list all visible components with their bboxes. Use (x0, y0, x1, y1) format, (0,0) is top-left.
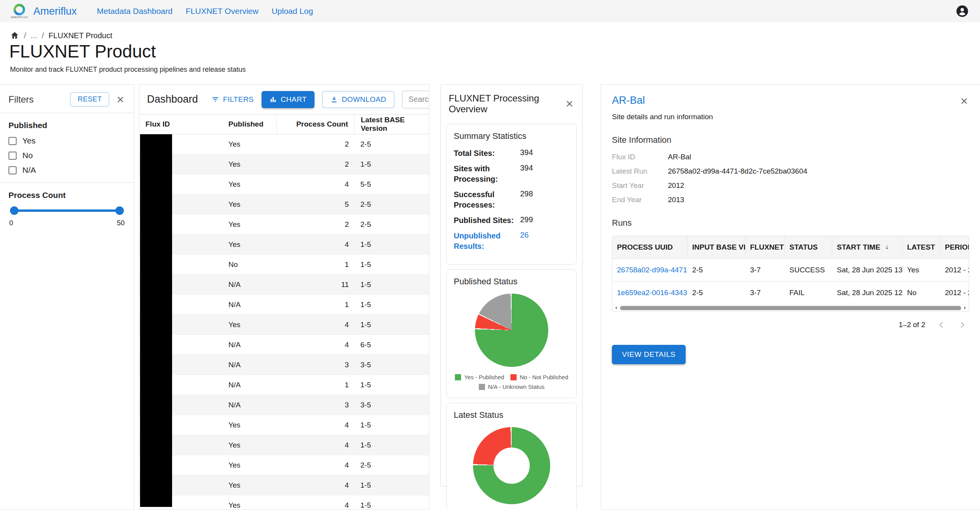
home-icon[interactable] (10, 31, 19, 40)
process-count-cell: 2 (276, 160, 354, 169)
published-cell: Yes (222, 481, 276, 490)
stat-row: Published Sites:299 (454, 215, 569, 226)
reset-button[interactable]: RESET (70, 92, 109, 106)
column-header-published[interactable]: Published (222, 115, 276, 134)
run-process-uuid-link[interactable]: 1e659ea2-0016-4343-8231-e... (612, 281, 688, 304)
latest-status-card: Latest Status SUCCESSFAIL (446, 403, 577, 510)
runs-table: PROCESS UUIDINPUT BASE VER...FLUXNET ...… (612, 236, 969, 312)
table-row[interactable]: Yes41-5 (139, 235, 429, 255)
table-row[interactable]: Yes41-5 (139, 315, 429, 335)
legend-swatch (510, 374, 517, 380)
runs-table-row: 26758a02-d99a-4471-8d2c-7...2-53-7SUCCES… (612, 258, 969, 281)
run-period: 2012 - 2013 (940, 258, 969, 281)
chevron-right-icon[interactable] (958, 320, 967, 329)
published-cell: N/A (222, 301, 276, 309)
scroll-right-icon[interactable] (963, 306, 967, 310)
table-row[interactable]: Yes22-5 (139, 134, 429, 154)
latest-base-version-cell: 2-5 (354, 220, 429, 229)
horizontal-scrollbar[interactable] (612, 304, 969, 311)
table-row[interactable]: N/A33-5 (139, 395, 429, 415)
nav-link-upload-log[interactable]: Upload Log (272, 7, 313, 16)
published-cell: N/A (222, 381, 276, 389)
table-row[interactable]: Yes41-5 (139, 495, 429, 510)
slider-handle-max[interactable] (115, 206, 124, 215)
published-cell: Yes (222, 200, 276, 209)
table-row[interactable]: Yes42-5 (139, 455, 429, 475)
scroll-left-icon[interactable] (614, 306, 618, 310)
table-row[interactable]: Yes52-5 (139, 194, 429, 214)
checkbox-na[interactable] (8, 166, 17, 174)
published-cell: N/A (222, 361, 276, 369)
checkbox-label: No (22, 151, 33, 160)
breadcrumb-ellipsis[interactable]: ... (31, 31, 37, 40)
view-details-button[interactable]: VIEW DETAILS (612, 345, 686, 364)
stat-row-link[interactable]: Unpublished Results:26 (454, 231, 569, 252)
table-row[interactable]: N/A111-5 (139, 275, 429, 295)
latest-base-version-cell: 1-5 (354, 160, 429, 169)
table-row[interactable]: N/A46-5 (139, 335, 429, 355)
runs-column-header[interactable]: FLUXNET ... (745, 236, 785, 258)
table-row[interactable]: Yes41-5 (139, 415, 429, 435)
runs-column-header[interactable]: PERIOD (940, 236, 969, 258)
summary-statistics-title: Summary Statistics (454, 131, 569, 141)
column-header-process-count[interactable]: Process Count (276, 115, 354, 134)
table-row[interactable]: Yes22-5 (139, 214, 429, 235)
legend-label: No - Not Published (520, 374, 568, 380)
column-header-flux-id[interactable]: Flux ID (139, 115, 222, 134)
published-cell: N/A (222, 341, 276, 349)
slider-track[interactable] (12, 209, 122, 212)
download-button[interactable]: DOWNLOAD (322, 91, 394, 108)
process-count-cell: 1 (276, 381, 354, 389)
table-row[interactable]: Yes41-5 (139, 475, 429, 495)
runs-column-label: PROCESS UUID (617, 243, 673, 252)
checkbox-yes[interactable] (8, 137, 17, 145)
chart-button[interactable]: CHART (262, 91, 314, 108)
stat-label: Total Sites: (454, 148, 520, 159)
process-count-slider[interactable] (12, 206, 122, 215)
ameriflux-logo[interactable]: AMERIFLUX (11, 4, 28, 19)
table-row[interactable]: N/A11-5 (139, 375, 429, 395)
table-row[interactable]: Yes41-5 (139, 435, 429, 455)
site-title: AR-Bal (612, 95, 959, 106)
runs-table-row: 1e659ea2-0016-4343-8231-e...2-53-7FAILSa… (612, 281, 969, 304)
table-row[interactable]: Yes45-5 (139, 174, 429, 194)
published-status-title: Published Status (454, 277, 569, 287)
column-header-latest-base-version[interactable]: Latest BASE Version (354, 115, 429, 134)
runs-column-label: STATUS (789, 243, 818, 252)
stat-row: Sites with Processing:394 (454, 164, 569, 184)
runs-column-header[interactable]: PROCESS UUID (612, 236, 688, 258)
runs-column-header[interactable]: START TIME (832, 236, 902, 258)
table-row[interactable]: Yes21-5 (139, 154, 429, 174)
table-row[interactable]: N/A11-5 (139, 295, 429, 315)
runs-column-header[interactable]: STATUS (785, 236, 832, 258)
page-title: FLUXNET Product (9, 41, 156, 62)
table-row[interactable]: No11-5 (139, 255, 429, 275)
filters-panel: Filters RESET Published Yes No N/A Proce… (0, 84, 134, 510)
runs-column-header[interactable]: INPUT BASE VER... (688, 236, 745, 258)
close-icon[interactable] (959, 96, 969, 106)
process-count-cell: 4 (276, 501, 354, 510)
account-icon[interactable] (955, 4, 969, 18)
brand-link[interactable]: Ameriflux (34, 5, 77, 17)
nav-link-fluxnet-overview[interactable]: FLUXNET Overview (186, 7, 259, 16)
runs-column-header[interactable]: LATEST (902, 236, 940, 258)
published-cell: N/A (222, 280, 276, 289)
nav-link-metadata-dashboard[interactable]: Metadata Dashboard (97, 7, 172, 16)
chevron-left-icon[interactable] (937, 320, 946, 329)
process-count-cell: 1 (276, 301, 354, 309)
scrollbar-thumb[interactable] (620, 306, 961, 310)
filters-button[interactable]: FILTERS (211, 95, 254, 104)
table-row[interactable]: N/A33-5 (139, 355, 429, 375)
checkbox-no[interactable] (8, 152, 17, 160)
site-info-row: Flux IDAR-Bal (612, 153, 969, 161)
published-cell: Yes (222, 501, 276, 510)
slider-max-label: 50 (117, 219, 125, 227)
slider-handle-min[interactable] (10, 206, 19, 215)
close-icon[interactable] (564, 99, 574, 109)
run-process-uuid-link[interactable]: 26758a02-d99a-4471-8d2c-7... (612, 258, 688, 281)
search-input[interactable] (402, 91, 429, 108)
close-icon[interactable] (115, 95, 125, 105)
download-icon (330, 96, 338, 103)
process-count-cell: 4 (276, 421, 354, 429)
processing-overview-panel: FLUXNET Processing Overview Summary Stat… (441, 84, 583, 486)
